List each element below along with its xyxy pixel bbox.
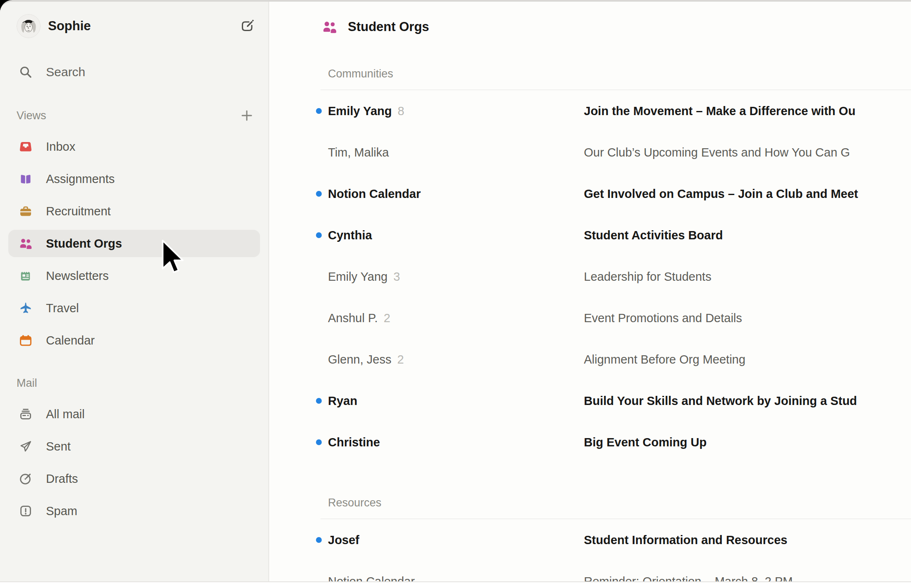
sidebar-item-drafts[interactable]: Drafts bbox=[8, 465, 260, 492]
briefcase-icon bbox=[19, 204, 33, 218]
section-header-resources: Resources bbox=[269, 492, 911, 513]
sidebar-item-student-orgs[interactable]: Student Orgs bbox=[8, 230, 260, 257]
book-icon bbox=[19, 172, 33, 186]
sidebar-item-label: Sent bbox=[46, 440, 71, 453]
email-sender: Christine bbox=[328, 436, 380, 449]
sidebar-item-label: Student Orgs bbox=[46, 237, 122, 251]
email-row[interactable]: Notion Calendar Get Involved on Campus –… bbox=[269, 173, 911, 214]
email-subject: Student Information and Resources bbox=[584, 519, 911, 561]
email-row[interactable]: Ryan Build Your Skills and Network by Jo… bbox=[269, 380, 911, 422]
email-row[interactable]: Anshul P. 2 Event Promotions and Details bbox=[269, 297, 911, 339]
add-view-icon[interactable] bbox=[240, 109, 253, 122]
sidebar-item-travel[interactable]: Travel bbox=[8, 294, 260, 322]
sidebar-item-calendar[interactable]: Calendar bbox=[8, 327, 260, 354]
newspaper-icon bbox=[19, 269, 33, 283]
sender-cell: Cynthia bbox=[328, 214, 378, 256]
search-label: Search bbox=[46, 65, 85, 79]
email-sender: Notion Calendar bbox=[328, 575, 415, 582]
email-subject: Get Involved on Campus – Join a Club and… bbox=[584, 173, 911, 214]
search-button[interactable]: Search bbox=[8, 60, 260, 84]
people-icon bbox=[19, 236, 33, 251]
email-sender: Josef bbox=[328, 533, 359, 547]
sidebar-item-label: Calendar bbox=[46, 334, 95, 347]
email-subject: Build Your Skills and Network by Joining… bbox=[584, 380, 911, 422]
sidebar-item-newsletters[interactable]: Newsletters bbox=[8, 262, 260, 289]
main-panel: Student Orgs Communities Emily Yang 8 Jo… bbox=[269, 2, 911, 581]
view-title-row: Student Orgs bbox=[322, 17, 429, 36]
all-mail-icon bbox=[19, 407, 33, 421]
sidebar-item-sent[interactable]: Sent bbox=[8, 433, 260, 460]
people-icon bbox=[322, 19, 337, 35]
spam-icon bbox=[19, 504, 33, 518]
sidebar-item-label: All mail bbox=[46, 407, 84, 421]
avatar bbox=[17, 14, 41, 38]
email-sender: Cynthia bbox=[328, 229, 372, 242]
sender-cell: Emily Yang 3 bbox=[328, 256, 400, 297]
sidebar-item-assignments[interactable]: Assignments bbox=[8, 165, 260, 193]
email-subject: Leadership for Students bbox=[584, 256, 911, 297]
sender-cell: Ryan bbox=[328, 380, 363, 422]
sender-cell: Emily Yang 8 bbox=[328, 90, 404, 132]
sidebar-item-all-mail[interactable]: All mail bbox=[8, 400, 260, 428]
sender-cell: Notion Calendar bbox=[328, 173, 427, 214]
calendar-icon bbox=[19, 333, 33, 347]
email-subject: Event Promotions and Details bbox=[584, 297, 911, 339]
email-row[interactable]: Josef Student Information and Resources bbox=[269, 519, 911, 561]
app-window: Sophie Search Views bbox=[0, 0, 911, 582]
page-title: Student Orgs bbox=[348, 19, 429, 34]
email-row[interactable]: Emily Yang 8 Join the Movement – Make a … bbox=[269, 90, 911, 132]
sidebar: Sophie Search Views bbox=[0, 2, 269, 581]
views-header-row: Views bbox=[8, 103, 260, 128]
unread-dot-icon bbox=[316, 439, 322, 445]
unread-dot-icon bbox=[316, 398, 322, 404]
sender-cell: Christine bbox=[328, 422, 386, 463]
email-row[interactable]: Tim, Malika Our Club’s Upcoming Events a… bbox=[269, 132, 911, 173]
email-subject: Big Event Coming Up bbox=[584, 422, 911, 463]
section-spacer bbox=[269, 463, 911, 492]
compose-icon[interactable] bbox=[239, 18, 255, 34]
email-subject: Reminder: Orientation – March 8, 2 PM bbox=[584, 561, 911, 581]
sidebar-item-label: Spam bbox=[46, 504, 77, 518]
mail-header-row: Mail bbox=[8, 371, 260, 395]
email-sender: Anshul P. bbox=[328, 311, 378, 325]
sender-cell: Tim, Malika bbox=[328, 132, 395, 173]
sidebar-item-label: Recruitment bbox=[46, 205, 111, 218]
views-header: Views bbox=[17, 109, 46, 122]
thread-count: 2 bbox=[397, 353, 404, 366]
email-sender: Tim, Malika bbox=[328, 146, 389, 159]
resources-rows: Josef Student Information and Resources … bbox=[269, 519, 911, 581]
communities-rows: Emily Yang 8 Join the Movement – Make a … bbox=[269, 90, 911, 463]
email-sender: Emily Yang bbox=[328, 104, 392, 118]
email-row[interactable]: Notion Calendar Reminder: Orientation – … bbox=[269, 561, 911, 581]
email-sender: Ryan bbox=[328, 394, 357, 408]
airplane-icon bbox=[19, 301, 33, 315]
email-row[interactable]: Glenn, Jess 2 Alignment Before Org Meeti… bbox=[269, 339, 911, 380]
sidebar-item-label: Newsletters bbox=[46, 269, 109, 283]
unread-dot-icon bbox=[316, 232, 322, 238]
sender-cell: Glenn, Jess 2 bbox=[328, 339, 404, 380]
search-icon bbox=[19, 65, 33, 79]
thread-count: 8 bbox=[398, 104, 404, 118]
email-row[interactable]: Cynthia Student Activities Board bbox=[269, 214, 911, 256]
sidebar-item-inbox[interactable]: Inbox bbox=[8, 133, 260, 160]
sidebar-item-spam[interactable]: Spam bbox=[8, 497, 260, 525]
email-subject: Our Club’s Upcoming Events and How You C… bbox=[584, 132, 911, 173]
sidebar-item-label: Assignments bbox=[46, 172, 115, 186]
unread-dot-icon bbox=[316, 537, 322, 543]
sidebar-item-recruitment[interactable]: Recruitment bbox=[8, 198, 260, 225]
email-sender: Emily Yang bbox=[328, 270, 388, 284]
thread-count: 2 bbox=[383, 311, 390, 325]
thread-count: 3 bbox=[393, 270, 400, 284]
email-row[interactable]: Christine Big Event Coming Up bbox=[269, 422, 911, 463]
send-icon bbox=[19, 439, 33, 453]
profile-row[interactable]: Sophie bbox=[8, 13, 260, 39]
email-subject: Alignment Before Org Meeting bbox=[584, 339, 911, 380]
drafts-icon bbox=[19, 472, 33, 486]
email-subject: Join the Movement – Make a Difference wi… bbox=[584, 90, 911, 132]
inbox-icon bbox=[19, 140, 33, 154]
email-row[interactable]: Emily Yang 3 Leadership for Students bbox=[269, 256, 911, 297]
sidebar-item-label: Travel bbox=[46, 301, 79, 315]
mail-header: Mail bbox=[17, 377, 37, 390]
profile-name: Sophie bbox=[48, 19, 91, 34]
sender-cell: Anshul P. 2 bbox=[328, 297, 390, 339]
